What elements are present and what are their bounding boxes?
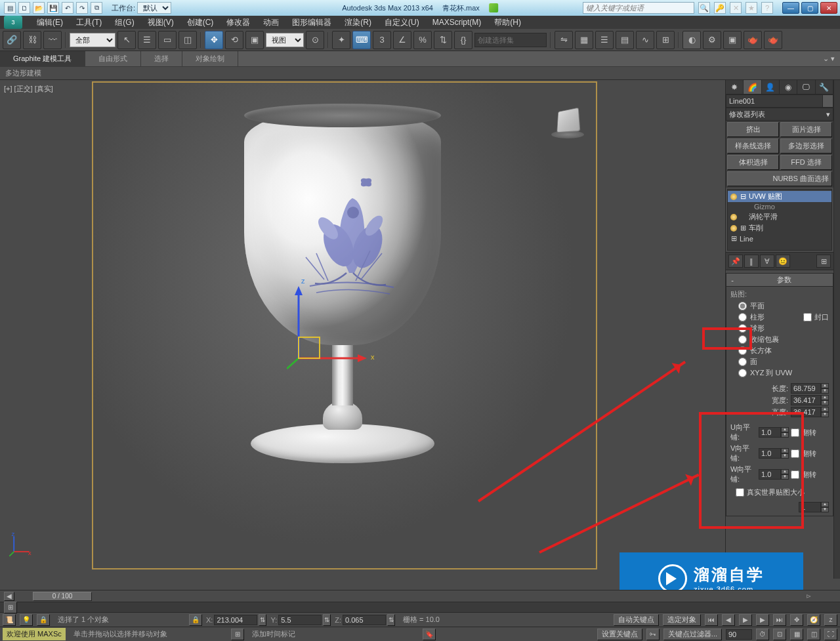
ref-coord-system[interactable]: 视图: [266, 33, 304, 47]
width-spinner[interactable]: ▲▼: [791, 395, 829, 405]
menu-create[interactable]: 创建(C): [180, 16, 220, 30]
current-frame[interactable]: [726, 629, 752, 640]
redo-icon[interactable]: ↷: [76, 2, 88, 14]
menu-views[interactable]: 视图(V): [141, 16, 180, 30]
pan-icon[interactable]: ✥: [790, 614, 803, 626]
favorites-icon[interactable]: ★: [746, 2, 757, 14]
tab-hierarchy-icon[interactable]: 👤: [762, 80, 780, 94]
modbtn-ffd-select[interactable]: FFD 选择: [780, 155, 832, 170]
spinner-snap-icon[interactable]: ⇅: [434, 31, 452, 49]
render-setup-icon[interactable]: ⚙: [703, 31, 721, 49]
align-icon[interactable]: ▦: [575, 31, 593, 49]
render-production-icon[interactable]: 🫖: [744, 31, 762, 49]
prev-frame-icon[interactable]: ◀: [722, 614, 735, 626]
menu-grapheditors[interactable]: 图形编辑器: [285, 16, 338, 30]
named-selection-sets[interactable]: [474, 33, 547, 47]
tab-utilities-icon[interactable]: 🔧: [816, 80, 833, 94]
length-spinner[interactable]: ▲▼: [791, 383, 829, 394]
modifier-list-dropdown[interactable]: 修改器列表▾: [726, 108, 833, 121]
script-listener-icon[interactable]: 📜: [3, 614, 16, 626]
tab-create-icon[interactable]: ✸: [726, 80, 744, 94]
modbtn-spline-select[interactable]: 样条线选择: [727, 138, 779, 154]
project-icon[interactable]: ⧉: [91, 2, 102, 14]
radio-spherical[interactable]: 球形: [730, 323, 829, 334]
angle-snap-icon[interactable]: ∠: [393, 31, 411, 49]
object-name-field[interactable]: [726, 94, 823, 108]
subscription-icon[interactable]: 🔑: [714, 2, 726, 14]
ribbon-toggle-icon[interactable]: ▤: [616, 31, 634, 49]
zoom-icon[interactable]: z: [824, 614, 837, 626]
utile-spinner[interactable]: ▲▼: [759, 427, 789, 438]
percent-snap-icon[interactable]: %: [413, 31, 432, 49]
tab-modify-icon[interactable]: 🌈: [744, 80, 761, 94]
zoom-all-icon[interactable]: ▦: [790, 629, 803, 640]
uflip-checkbox[interactable]: 翻转: [791, 428, 816, 438]
time-tag-icon[interactable]: 🔖: [423, 629, 436, 640]
add-time-tag[interactable]: 添加时间标记: [248, 629, 419, 639]
viewport-label[interactable]: [+] [正交] [真实]: [4, 84, 53, 94]
open-icon[interactable]: 📂: [33, 2, 45, 14]
tab-motion-icon[interactable]: ◉: [780, 80, 797, 94]
app-menu-button[interactable]: ▤: [4, 2, 16, 14]
render-frame-icon[interactable]: ▣: [723, 31, 742, 49]
workspace-selector[interactable]: 工作台: 默认: [112, 2, 171, 14]
render-iterative-icon[interactable]: 🫖: [764, 31, 782, 49]
arc-rotate-icon[interactable]: 🧭: [807, 614, 820, 626]
snap-3-icon[interactable]: 3: [373, 31, 391, 49]
panel-scrollbar[interactable]: [833, 80, 840, 579]
key-filters-button[interactable]: 关键点过滤器...: [663, 629, 722, 640]
ribbon-tab-freeform[interactable]: 自由形式: [85, 51, 141, 66]
selected-combo[interactable]: 选定对象: [663, 614, 701, 626]
time-slider[interactable]: ◀ 0 / 100 ⊳: [0, 590, 840, 602]
ribbon-tab-graphite[interactable]: Graphite 建模工具: [0, 51, 85, 66]
modbtn-extrude[interactable]: 挤出: [727, 122, 779, 137]
select-name-icon[interactable]: ☰: [138, 31, 156, 49]
menu-help[interactable]: 帮助(H): [488, 16, 528, 30]
modbtn-nurbs-select[interactable]: NURBS 曲面选择: [727, 171, 832, 186]
mirror-icon[interactable]: ⇋: [555, 31, 573, 49]
timeslider-prev-icon[interactable]: ◀: [4, 592, 14, 601]
coord-x[interactable]: [214, 615, 257, 625]
field-of-view-icon[interactable]: ◫: [807, 629, 820, 640]
key-icon[interactable]: 🗝: [646, 629, 660, 640]
modbtn-poly-select[interactable]: 多边形选择: [780, 138, 832, 154]
show-end-result-icon[interactable]: ‖: [744, 255, 759, 268]
menu-tools[interactable]: 工具(T): [70, 16, 108, 30]
vtile-spinner[interactable]: ▲▼: [759, 448, 789, 459]
unlink-icon[interactable]: ⛓: [23, 31, 41, 49]
goto-end-icon[interactable]: ⏭: [773, 614, 786, 626]
menu-modifiers[interactable]: 修改器: [220, 16, 257, 30]
channel-spinner[interactable]: ▲▼: [799, 502, 829, 512]
pivot-center-icon[interactable]: ⊙: [306, 31, 324, 49]
radio-planar[interactable]: 平面: [730, 300, 829, 312]
autokey-button[interactable]: 自动关键点: [614, 614, 659, 626]
close-button[interactable]: ✕: [820, 2, 837, 14]
menu-rendering[interactable]: 渲染(R): [338, 16, 378, 30]
radio-xyzuvw[interactable]: XYZ 到 UVW: [730, 367, 829, 379]
material-editor-icon[interactable]: ◐: [682, 31, 701, 49]
search-go-icon[interactable]: 🔍: [698, 2, 710, 14]
curve-editor-icon[interactable]: ∿: [636, 31, 654, 49]
pin-stack-icon[interactable]: 📌: [728, 255, 743, 268]
menu-maxscript[interactable]: MAXScript(M): [426, 16, 488, 28]
time-slider-thumb[interactable]: 0 / 100: [33, 592, 92, 601]
selection-lock-icon[interactable]: 🔒: [37, 614, 50, 626]
workspace-dropdown[interactable]: 默认: [137, 2, 171, 14]
goto-start-icon[interactable]: ⏮: [705, 614, 718, 626]
radio-shrinkwrap[interactable]: 收缩包裹: [730, 334, 829, 345]
coord-z[interactable]: [343, 615, 386, 625]
edit-named-sets-icon[interactable]: {}: [454, 31, 472, 49]
bulb-icon[interactable]: [730, 214, 737, 220]
infocenter-search[interactable]: [583, 2, 694, 14]
tab-display-icon[interactable]: 🖵: [797, 80, 815, 94]
wflip-checkbox[interactable]: 翻转: [791, 470, 816, 480]
menu-animation[interactable]: 动画: [257, 16, 285, 30]
help-icon[interactable]: ?: [761, 2, 773, 14]
radio-box[interactable]: 长方体: [730, 345, 829, 356]
new-icon[interactable]: 🗋: [18, 2, 30, 14]
window-crossing-icon[interactable]: ◫: [178, 31, 197, 49]
remove-modifier-icon[interactable]: 😐: [776, 255, 790, 268]
menu-edit[interactable]: 编辑(E): [30, 16, 70, 30]
radio-cylindrical[interactable]: 柱形: [738, 312, 765, 322]
undo-icon[interactable]: ↶: [62, 2, 74, 14]
